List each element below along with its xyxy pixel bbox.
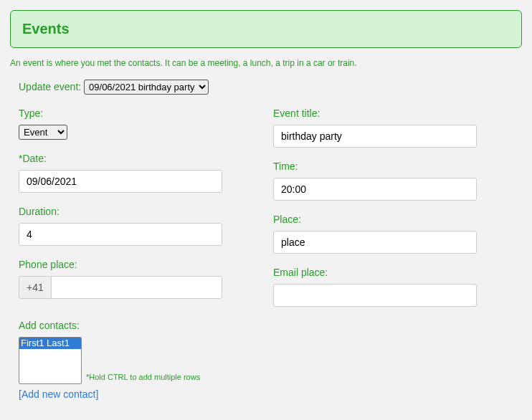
events-panel-heading: Events [10, 10, 522, 48]
event-title-input[interactable] [273, 125, 477, 148]
email-place-label: Email place: [273, 267, 513, 278]
phone-place-input[interactable] [51, 276, 222, 299]
date-label: Date: [19, 153, 259, 164]
phone-place-label: Phone place: [19, 259, 259, 270]
events-description: An event is where you met the contacts. … [10, 58, 522, 68]
duration-input[interactable] [19, 223, 222, 246]
update-event-row: Update event: 09/06/2021 birthday party [19, 80, 522, 95]
date-input[interactable] [19, 170, 222, 193]
type-select[interactable]: Event [19, 125, 67, 140]
email-place-input[interactable] [273, 284, 477, 307]
event-title-label: Event title: [273, 108, 513, 119]
place-label: Place: [273, 214, 513, 225]
add-new-contact-link[interactable]: [Add new contact] [19, 388, 98, 400]
update-event-select[interactable]: 09/06/2021 birthday party [84, 80, 209, 95]
phone-prefix: +41 [19, 276, 51, 299]
time-input[interactable] [273, 178, 477, 201]
page-title: Events [22, 21, 510, 37]
add-contacts-label: Add contacts: [19, 320, 513, 331]
add-contacts-select[interactable]: First1 Last1 [19, 337, 82, 384]
duration-label: Duration: [19, 206, 259, 217]
contacts-hint: *Hold CTRL to add multiple rows [86, 373, 200, 384]
type-label: Type: [19, 108, 259, 119]
time-label: Time: [273, 161, 513, 172]
place-input[interactable] [273, 231, 477, 254]
update-event-label: Update event: [19, 81, 81, 92]
